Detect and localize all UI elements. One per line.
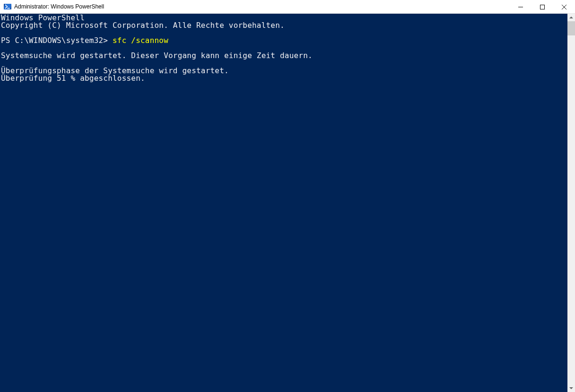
scroll-thumb[interactable]	[567, 21, 575, 35]
console-output[interactable]: Windows PowerShell Copyright (C) Microso…	[0, 14, 567, 392]
svg-rect-3	[540, 5, 545, 9]
console-header-line2: Copyright (C) Microsoft Corporation. All…	[1, 21, 285, 30]
console-output-line1: Systemsuche wird gestartet. Dieser Vorga…	[1, 51, 313, 60]
window-controls	[510, 0, 575, 13]
titlebar-left: Administrator: Windows PowerShell	[0, 3, 104, 10]
console-command: sfc /scannow	[113, 36, 168, 45]
console-area: Windows PowerShell Copyright (C) Microso…	[0, 14, 575, 392]
powershell-icon	[4, 3, 11, 10]
vertical-scrollbar[interactable]	[567, 14, 575, 392]
minimize-button[interactable]	[510, 0, 531, 14]
close-icon	[562, 5, 566, 9]
close-button[interactable]	[553, 0, 575, 14]
chevron-down-icon	[569, 386, 573, 390]
console-output-line3: Überprüfung 51 % abgeschlossen.	[1, 74, 145, 83]
console-prompt: PS C:\WINDOWS\system32>	[1, 36, 108, 45]
window-title: Administrator: Windows PowerShell	[14, 3, 104, 10]
scroll-up-arrow[interactable]	[567, 14, 575, 21]
titlebar[interactable]: Administrator: Windows PowerShell	[0, 0, 575, 14]
chevron-up-icon	[569, 16, 573, 19]
minimize-icon	[518, 5, 523, 9]
scroll-track[interactable]	[567, 21, 575, 384]
scroll-down-arrow[interactable]	[567, 384, 575, 392]
maximize-button[interactable]	[531, 0, 553, 14]
maximize-icon	[540, 5, 545, 9]
